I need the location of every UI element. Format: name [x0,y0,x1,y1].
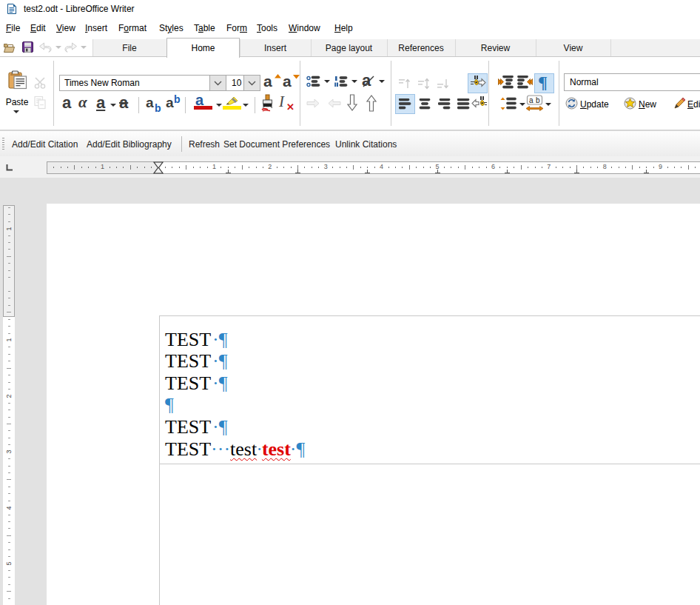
svg-text:b: b [536,96,540,104]
svg-text:a: a [529,96,534,104]
